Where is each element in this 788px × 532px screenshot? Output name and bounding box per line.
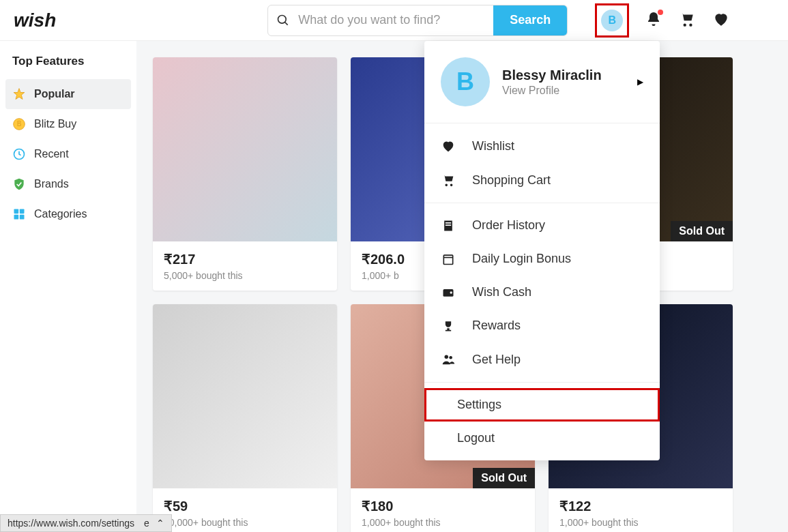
- status-suffix: e: [144, 518, 149, 529]
- product-image: [153, 304, 337, 488]
- cart-icon: [441, 173, 456, 188]
- svg-point-16: [445, 355, 449, 359]
- calendar-icon: [441, 252, 456, 266]
- sidebar-item-recent[interactable]: Recent: [5, 139, 131, 169]
- dropdown-item-label: Get Help: [472, 353, 521, 367]
- sidebar-item-label: Categories: [34, 208, 87, 220]
- wishlist-button[interactable]: [712, 10, 730, 31]
- chevron-up-icon[interactable]: ⌃: [156, 518, 164, 529]
- svg-rect-11: [446, 224, 451, 226]
- dropdown-item-get-help[interactable]: Get Help: [424, 342, 660, 376]
- dropdown-item-label: Logout: [457, 431, 495, 445]
- dropdown-item-rewards[interactable]: Rewards: [424, 309, 660, 342]
- sidebar-item-label: Brands: [34, 178, 69, 190]
- status-bar: https://www.wish.com/settings e ⌃: [0, 514, 172, 532]
- dropdown-item-order-history[interactable]: Order History: [424, 209, 660, 242]
- grid-icon: [12, 207, 26, 221]
- profile-dropdown: B Blessy Miraclin View Profile ▶ Wishlis…: [424, 41, 660, 460]
- dropdown-item-label: Daily Login Bonus: [472, 252, 571, 266]
- profile-name: Blessy Miraclin: [502, 68, 602, 83]
- status-url: https://www.wish.com/settings: [8, 518, 134, 529]
- star-icon: [12, 87, 26, 101]
- svg-rect-5: [14, 209, 19, 214]
- chevron-right-icon: ▶: [637, 77, 643, 87]
- dropdown-item-cart[interactable]: Shopping Cart: [424, 163, 660, 197]
- header: wish Search B: [0, 0, 788, 41]
- dropdown-item-logout[interactable]: Logout: [424, 422, 660, 455]
- wallet-icon: [441, 286, 456, 299]
- view-profile-link[interactable]: View Profile: [502, 85, 602, 97]
- dropdown-item-label: Order History: [472, 218, 545, 233]
- sidebar-item-label: Blitz Buy: [34, 118, 76, 130]
- sidebar-item-popular[interactable]: Popular: [5, 79, 131, 109]
- sidebar: Top Features Popular B Blitz Buy Recent …: [0, 41, 136, 532]
- svg-line-1: [285, 22, 288, 25]
- coin-icon: B: [12, 117, 26, 131]
- search-input[interactable]: [298, 5, 493, 35]
- sidebar-title: Top Features: [5, 55, 131, 79]
- header-actions: B: [595, 3, 730, 38]
- product-bought: 1,000+ bought this: [559, 517, 722, 528]
- product-card[interactable]: ₹59 10,000+ bought this: [153, 304, 337, 532]
- svg-rect-7: [14, 215, 19, 220]
- svg-rect-10: [446, 222, 451, 224]
- heart-icon: [712, 10, 730, 28]
- search-button[interactable]: Search: [493, 5, 567, 35]
- svg-point-15: [450, 291, 452, 293]
- product-price: ₹59: [164, 498, 326, 514]
- search-bar: Search: [267, 5, 568, 36]
- search-icon: [268, 5, 298, 35]
- sidebar-item-brands[interactable]: Brands: [5, 169, 131, 199]
- dropdown-item-label: Wish Cash: [472, 285, 531, 299]
- logo[interactable]: wish: [14, 10, 56, 31]
- notification-dot-icon: [658, 10, 663, 15]
- dropdown-item-label: Shopping Cart: [472, 173, 551, 188]
- product-bought: 1,000+ bought this: [362, 517, 524, 528]
- sidebar-item-categories[interactable]: Categories: [5, 199, 131, 229]
- sold-out-badge: Sold Out: [473, 468, 535, 488]
- dropdown-item-wish-cash[interactable]: Wish Cash: [424, 276, 660, 309]
- product-price: ₹122: [559, 498, 722, 514]
- svg-point-0: [278, 15, 287, 23]
- profile-avatar-highlight: B: [595, 3, 629, 38]
- product-card[interactable]: ₹217 5,000+ bought this: [153, 57, 337, 291]
- cart-button[interactable]: [678, 10, 696, 31]
- product-price: ₹180: [362, 498, 524, 514]
- receipt-icon: [441, 219, 456, 233]
- sidebar-item-blitz-buy[interactable]: B Blitz Buy: [5, 109, 131, 139]
- svg-rect-12: [443, 255, 452, 264]
- product-bought: 5,000+ bought this: [164, 270, 326, 281]
- profile-avatar-large: B: [441, 57, 490, 106]
- product-bought: 10,000+ bought this: [164, 517, 326, 528]
- people-icon: [441, 352, 456, 367]
- sidebar-item-label: Popular: [34, 88, 75, 100]
- profile-header[interactable]: B Blessy Miraclin View Profile ▶: [424, 41, 660, 123]
- product-image: [153, 57, 337, 241]
- svg-text:B: B: [17, 120, 22, 128]
- dropdown-item-label: Rewards: [472, 319, 521, 333]
- sidebar-item-label: Recent: [34, 148, 69, 160]
- dropdown-item-daily-bonus[interactable]: Daily Login Bonus: [424, 242, 660, 276]
- dropdown-item-label: Settings: [457, 398, 501, 412]
- profile-avatar-button[interactable]: B: [601, 10, 623, 31]
- clock-icon: [12, 147, 26, 161]
- trophy-icon: [441, 319, 456, 333]
- shield-check-icon: [12, 177, 26, 191]
- notifications-button[interactable]: [645, 11, 662, 30]
- sold-out-badge: Sold Out: [671, 221, 733, 241]
- main: Top Features Popular B Blitz Buy Recent …: [0, 41, 788, 532]
- product-price: ₹217: [164, 251, 326, 267]
- heart-icon: [441, 138, 456, 153]
- svg-rect-8: [20, 215, 25, 220]
- dropdown-item-wishlist[interactable]: Wishlist: [424, 129, 660, 163]
- cart-icon: [678, 10, 696, 28]
- dropdown-item-settings[interactable]: Settings: [424, 388, 660, 422]
- dropdown-item-label: Wishlist: [472, 139, 514, 153]
- svg-rect-6: [20, 209, 25, 214]
- svg-point-17: [449, 356, 452, 359]
